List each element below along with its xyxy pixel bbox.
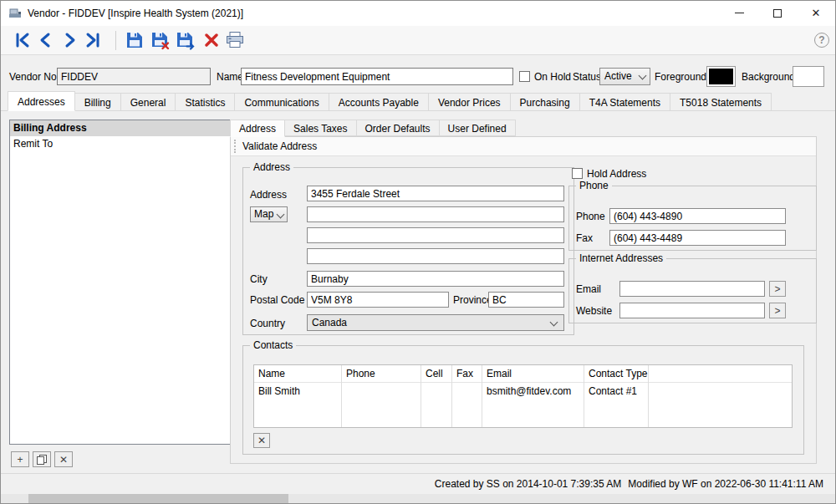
contacts-column-fax: Fax bbox=[452, 365, 482, 427]
address-list-item-billing[interactable]: Billing Address bbox=[10, 120, 230, 136]
contact-cell-phone[interactable] bbox=[342, 383, 421, 400]
save-and-new-button[interactable] bbox=[173, 28, 196, 52]
contact-cell-name[interactable]: Bill Smith bbox=[254, 383, 341, 400]
horizontal-scrollbar-thumb[interactable] bbox=[28, 494, 288, 503]
subtab-address[interactable]: Address bbox=[230, 120, 285, 137]
address-group-legend: Address bbox=[250, 161, 293, 173]
toolbar-grip-icon bbox=[234, 140, 236, 153]
close-button[interactable]: ✕ bbox=[797, 1, 835, 25]
status-chevron-down-icon bbox=[639, 72, 647, 80]
save-and-new-icon bbox=[175, 30, 195, 50]
status-label: Status bbox=[573, 71, 601, 83]
contacts-column-email: Email bsmith@fitdev.com bbox=[482, 365, 584, 427]
print-button[interactable] bbox=[223, 28, 247, 52]
delete-button[interactable] bbox=[200, 28, 223, 52]
vendor-window: Vendor - FIDDEV [Inspire Health System (… bbox=[0, 0, 836, 504]
tab-vendor-prices[interactable]: Vendor Prices bbox=[429, 93, 511, 111]
phone-groupbox: Phone Phone Fax bbox=[568, 186, 817, 251]
country-select[interactable]: Canada bbox=[307, 314, 564, 331]
minimize-button[interactable] bbox=[720, 1, 758, 25]
postal-code-input[interactable] bbox=[307, 292, 449, 308]
help-button[interactable]: ? bbox=[814, 33, 829, 48]
previous-record-button[interactable] bbox=[34, 28, 58, 52]
foreground-label: Foreground bbox=[655, 71, 706, 83]
phone-input[interactable] bbox=[609, 208, 786, 224]
map-button[interactable]: Map bbox=[250, 206, 288, 222]
phone-label: Phone bbox=[576, 211, 605, 222]
first-record-button[interactable] bbox=[11, 28, 34, 52]
last-record-button[interactable] bbox=[81, 28, 104, 52]
name-input[interactable] bbox=[241, 68, 513, 85]
tab-billing[interactable]: Billing bbox=[75, 93, 121, 111]
validate-address-button[interactable]: Validate Address bbox=[242, 137, 317, 155]
contacts-table: Name Bill Smith Phone Cell Fax bbox=[253, 364, 793, 428]
province-label: Province bbox=[453, 294, 492, 306]
contacts-header-name: Name bbox=[254, 365, 341, 383]
foreground-color bbox=[709, 69, 733, 84]
contact-cell-cell[interactable] bbox=[421, 383, 451, 400]
subtab-order-defaults[interactable]: Order Defaults bbox=[357, 120, 440, 136]
contact-cell-email[interactable]: bsmith@fitdev.com bbox=[482, 383, 584, 400]
tab-communications[interactable]: Communications bbox=[235, 93, 329, 111]
contacts-column-phone: Phone bbox=[342, 365, 421, 427]
country-label: Country bbox=[250, 318, 285, 329]
tab-t5018-statements[interactable]: T5018 Statements bbox=[670, 93, 772, 111]
email-input[interactable] bbox=[619, 281, 765, 297]
save-button[interactable] bbox=[123, 28, 146, 52]
address-sub-panel: Validate Address Address Address Map Cit… bbox=[230, 136, 817, 464]
address-list[interactable]: Billing Address Remit To bbox=[9, 120, 231, 445]
tab-accounts-payable[interactable]: Accounts Payable bbox=[329, 93, 429, 111]
address-line3-input[interactable] bbox=[307, 227, 564, 243]
contact-cell-fax[interactable] bbox=[452, 383, 482, 400]
tab-purchasing[interactable]: Purchasing bbox=[511, 93, 580, 111]
city-input[interactable] bbox=[307, 271, 564, 287]
vendor-no-input[interactable] bbox=[57, 68, 211, 85]
add-address-button[interactable]: + bbox=[11, 451, 29, 467]
address-line4-input[interactable] bbox=[307, 248, 564, 264]
tab-statistics[interactable]: Statistics bbox=[176, 93, 235, 111]
next-record-button[interactable] bbox=[58, 28, 81, 52]
status-value: Active bbox=[604, 70, 632, 82]
copy-address-button[interactable] bbox=[33, 451, 51, 467]
contacts-header-fax: Fax bbox=[452, 365, 482, 383]
save-and-close-button[interactable] bbox=[148, 28, 171, 52]
fax-input[interactable] bbox=[609, 230, 786, 246]
toolbar: ? bbox=[1, 26, 835, 55]
horizontal-scrollbar[interactable] bbox=[1, 494, 835, 503]
subtab-user-defined[interactable]: User Defined bbox=[440, 120, 516, 136]
background-color bbox=[795, 69, 822, 84]
address-line-label: Address bbox=[250, 189, 287, 201]
contacts-header-cell: Cell bbox=[421, 365, 451, 383]
background-swatch-button[interactable] bbox=[793, 66, 824, 87]
maximize-button[interactable] bbox=[758, 1, 797, 25]
website-go-button[interactable]: > bbox=[769, 303, 786, 318]
on-hold-checkbox[interactable] bbox=[519, 71, 530, 82]
map-chevron-down-icon bbox=[277, 211, 285, 219]
tab-t4a-statements[interactable]: T4A Statements bbox=[580, 93, 670, 111]
contacts-column-contact-type: Contact Type Contact #1 bbox=[584, 365, 649, 427]
contacts-column-cell: Cell bbox=[421, 365, 452, 427]
contacts-header-contact-type: Contact Type bbox=[584, 365, 648, 383]
email-go-button[interactable]: > bbox=[769, 281, 786, 297]
address-line1-input[interactable] bbox=[307, 186, 564, 201]
address-line2-input[interactable] bbox=[307, 206, 564, 222]
tab-general[interactable]: General bbox=[121, 93, 176, 111]
country-chevron-down-icon bbox=[550, 318, 558, 327]
tab-addresses[interactable]: Addresses bbox=[8, 91, 75, 111]
foreground-swatch-button[interactable] bbox=[706, 66, 736, 87]
province-input[interactable] bbox=[488, 292, 564, 308]
status-select[interactable]: Active bbox=[599, 68, 650, 85]
address-list-item-remit-to[interactable]: Remit To bbox=[10, 136, 230, 152]
website-input[interactable] bbox=[619, 303, 765, 318]
maximize-icon bbox=[773, 9, 782, 18]
main-tab-strip: Addresses Billing General Statistics Com… bbox=[8, 93, 772, 111]
subtab-sales-taxes[interactable]: Sales Taxes bbox=[285, 120, 356, 136]
phone-group-legend: Phone bbox=[576, 180, 612, 191]
delete-contact-button[interactable]: ✕ bbox=[253, 433, 270, 448]
delete-address-button[interactable]: ✕ bbox=[54, 451, 73, 467]
address-toolbar: Validate Address bbox=[231, 137, 816, 156]
hold-address-checkbox[interactable] bbox=[572, 168, 583, 179]
contact-cell-contact-type[interactable]: Contact #1 bbox=[584, 383, 648, 400]
map-button-label: Map bbox=[254, 208, 273, 220]
copy-icon bbox=[36, 454, 48, 466]
